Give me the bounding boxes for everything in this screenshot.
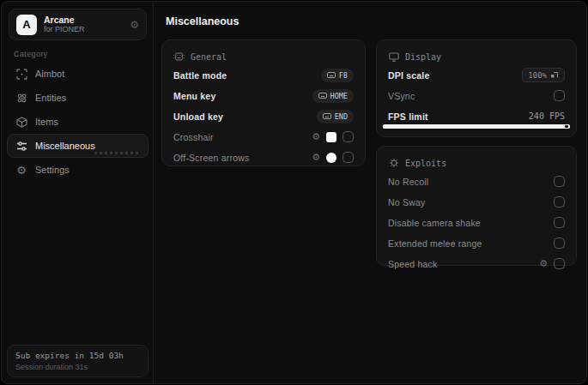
- gear-icon[interactable]: ⚙: [130, 20, 139, 30]
- general-header-label: General: [191, 52, 227, 62]
- gear-icon[interactable]: ⚙: [312, 153, 320, 162]
- sidebar: A Arcane for PIONER ⚙ Category Aimbot: [2, 2, 154, 383]
- sub-expiry-text: Sub expires in 15d 03h: [15, 350, 140, 362]
- sidebar-item-label: Entities: [35, 93, 66, 103]
- setting-label: Unload key: [173, 111, 223, 122]
- scan-icon: [15, 68, 27, 80]
- session-duration-text: Session duration 31s: [15, 362, 140, 372]
- key-icon: [323, 113, 331, 119]
- sidebar-nav: Aimbot Entities: [7, 62, 149, 182]
- offscreen-arrows-checkbox[interactable]: [342, 152, 354, 163]
- fps-limit-slider[interactable]: [383, 124, 570, 129]
- setting-row-fps-limit: FPS limit 240 FPS: [388, 106, 565, 126]
- setting-row-extended-melee-range: Extended melee range: [388, 233, 565, 253]
- general-header: General: [173, 49, 354, 64]
- setting-label: Extended melee range: [388, 238, 482, 249]
- sidebar-item-items[interactable]: Items: [7, 110, 149, 134]
- extended-melee-range-checkbox[interactable]: [554, 238, 565, 249]
- display-header-label: Display: [405, 52, 441, 62]
- battle-mode-keybind[interactable]: F8: [321, 69, 354, 82]
- setting-row-crosshair: Crosshair ⚙: [173, 127, 354, 147]
- setting-label: FPS limit: [388, 111, 428, 122]
- exploits-header: Exploits: [388, 155, 565, 171]
- exploits-header-label: Exploits: [405, 159, 446, 168]
- no-sway-checkbox[interactable]: [554, 196, 565, 208]
- sidebar-item-label: Aimbot: [35, 69, 64, 79]
- setting-label: Menu key: [173, 91, 215, 101]
- sidebar-item-entities[interactable]: Entities: [7, 86, 149, 110]
- exploits-card: Exploits No Recoil No Sway Disable camer…: [376, 146, 577, 266]
- crosshair-checkbox[interactable]: [342, 131, 354, 142]
- menu-key-keybind[interactable]: HOME: [312, 89, 354, 103]
- subscription-card: Sub expires in 15d 03h Session duration …: [7, 345, 149, 377]
- setting-row-no-sway: No Sway: [388, 192, 565, 212]
- setting-row-menu-key: Menu key HOME: [173, 86, 354, 105]
- setting-label: Speed hack: [388, 259, 437, 269]
- brand-subtitle: for PIONER: [44, 25, 130, 34]
- category-label: Category: [14, 50, 48, 58]
- main-content: Miscellaneous General Battle mode: [155, 2, 586, 383]
- setting-row-battle-mode: Battle mode F8: [173, 65, 354, 85]
- key-icon: [327, 72, 336, 78]
- decoration-dots: [94, 152, 139, 154]
- setting-label: DPI scale: [388, 70, 430, 81]
- slider-fill: [383, 124, 570, 129]
- monitor-icon: [388, 51, 399, 63]
- disable-camera-shake-checkbox[interactable]: [554, 217, 565, 228]
- setting-label: Disable camera shake: [388, 218, 481, 228]
- page-title: Miscellaneous: [166, 15, 239, 27]
- sidebar-item-aimbot[interactable]: Aimbot: [7, 62, 149, 86]
- sidebar-item-settings[interactable]: ⚙ Settings: [7, 158, 149, 182]
- brand-name: Arcane: [44, 15, 130, 25]
- setting-row-disable-camera-shake: Disable camera shake: [388, 213, 565, 232]
- dpi-scale-select[interactable]: 100%: [522, 68, 565, 82]
- package-icon: [15, 116, 27, 128]
- gear-icon[interactable]: ⚙: [312, 132, 320, 141]
- fps-limit-value: 240 FPS: [529, 111, 565, 121]
- setting-row-dpi-scale: DPI scale 100%: [388, 65, 565, 85]
- sidebar-item-label: Items: [35, 117, 58, 127]
- slider-knob[interactable]: [565, 125, 568, 128]
- setting-row-no-recoil: No Recoil: [388, 171, 565, 191]
- gear-icon: ⚙: [15, 164, 27, 176]
- setting-row-vsync: VSync: [388, 86, 565, 105]
- brand-logo: A: [16, 15, 37, 35]
- vsync-checkbox[interactable]: [554, 90, 565, 101]
- setting-row-unload-key: Unload key END: [173, 106, 354, 126]
- brand-text: Arcane for PIONER: [44, 15, 130, 34]
- sliders-icon: [15, 140, 27, 152]
- no-recoil-checkbox[interactable]: [554, 176, 565, 187]
- scale-icon: [550, 71, 559, 79]
- setting-label: No Recoil: [388, 177, 428, 187]
- gear-icon[interactable]: ⚙: [539, 259, 548, 268]
- setting-label: Off-Screen arrows: [173, 153, 249, 163]
- setting-row-speed-hack: Speed hack ⚙: [388, 254, 565, 274]
- setting-label: No Sway: [388, 197, 425, 208]
- display-card: Display DPI scale 100% VSync: [376, 39, 577, 137]
- key-icon: [318, 93, 327, 99]
- setting-label: Crosshair: [173, 132, 214, 142]
- sidebar-item-label: Settings: [35, 165, 70, 175]
- display-header: Display: [388, 49, 565, 64]
- atom-icon: [15, 92, 27, 104]
- setting-row-offscreen-arrows: Off-Screen arrows ⚙: [173, 147, 354, 167]
- general-card: General Battle mode F8 Menu key: [161, 39, 366, 166]
- sidebar-item-miscellaneous[interactable]: Miscellaneous: [7, 134, 149, 158]
- bug-icon: [388, 158, 399, 169]
- setting-label: Battle mode: [173, 70, 227, 81]
- unload-key-keybind[interactable]: END: [317, 110, 354, 123]
- setting-label: VSync: [388, 91, 415, 101]
- speed-hack-checkbox[interactable]: [554, 258, 565, 269]
- app-window: A Arcane for PIONER ⚙ Category Aimbot: [1, 1, 587, 384]
- arrows-color-swatch[interactable]: [326, 153, 336, 163]
- keyboard-icon: [173, 51, 185, 63]
- crosshair-color-swatch[interactable]: [326, 132, 336, 142]
- brand-card[interactable]: A Arcane for PIONER ⚙: [9, 9, 147, 40]
- sidebar-item-label: Miscellaneous: [35, 141, 95, 151]
